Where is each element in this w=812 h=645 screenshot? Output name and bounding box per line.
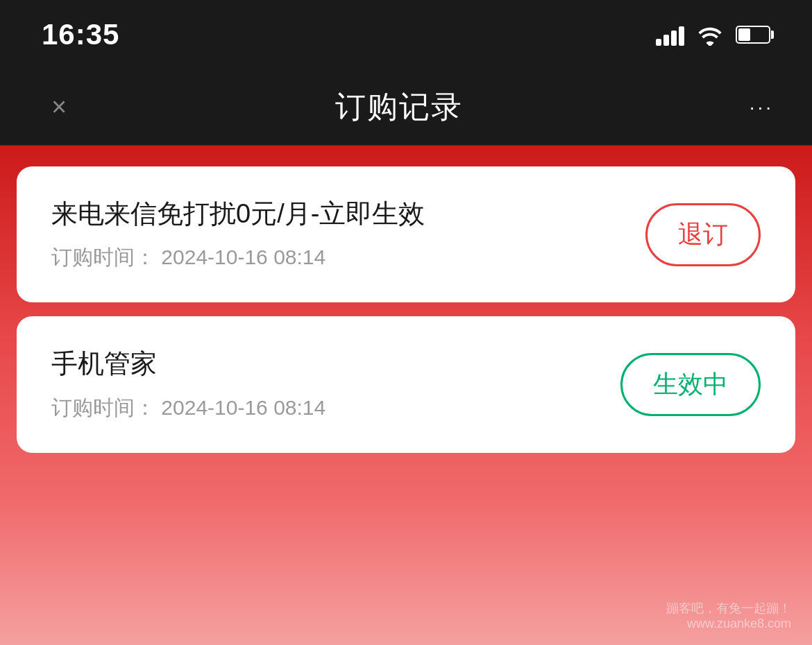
status-bar: 16:35	[0, 0, 812, 69]
card-1-info: 来电来信免打扰0元/月-立即生效 订购时间： 2024-10-16 08:14	[51, 197, 625, 272]
card-2-title: 手机管家	[51, 347, 600, 381]
card-1-action[interactable]: 退订	[645, 203, 761, 266]
status-icons	[656, 24, 770, 46]
card-2-time-label: 订购时间：	[51, 396, 155, 419]
card-1-time-label: 订购时间：	[51, 246, 155, 268]
card-2-info: 手机管家 订购时间： 2024-10-16 08:14	[51, 347, 600, 422]
close-button[interactable]: ×	[38, 87, 80, 128]
wifi-icon	[697, 24, 723, 46]
signal-bar-4	[679, 26, 684, 46]
unsubscribe-button[interactable]: 退订	[645, 203, 761, 266]
card-1-time: 订购时间： 2024-10-16 08:14	[51, 243, 625, 272]
battery-fill	[738, 28, 750, 41]
card-2-time: 订购时间： 2024-10-16 08:14	[51, 394, 600, 422]
card-2-time-value: 2024-10-16 08:14	[161, 396, 325, 419]
card-1-title: 来电来信免打扰0元/月-立即生效	[51, 197, 625, 231]
content-area: 来电来信免打扰0元/月-立即生效 订购时间： 2024-10-16 08:14 …	[0, 146, 812, 645]
nav-bar: × 订购记录 ···	[0, 69, 812, 146]
active-status-button[interactable]: 生效中	[620, 353, 761, 416]
more-button[interactable]: ···	[718, 96, 774, 119]
signal-bar-1	[656, 39, 661, 46]
card-2-action[interactable]: 生效中	[620, 353, 761, 416]
subscription-card-2: 手机管家 订购时间： 2024-10-16 08:14 生效中	[17, 316, 795, 452]
signal-bar-3	[671, 31, 677, 46]
battery-icon	[736, 26, 770, 44]
signal-bar-2	[663, 35, 669, 46]
card-1-time-value: 2024-10-16 08:14	[161, 246, 325, 268]
signal-icon	[656, 24, 684, 46]
page-title: 订购记录	[335, 87, 463, 128]
subscription-card-1: 来电来信免打扰0元/月-立即生效 订购时间： 2024-10-16 08:14 …	[17, 166, 795, 302]
status-time: 16:35	[42, 18, 119, 51]
